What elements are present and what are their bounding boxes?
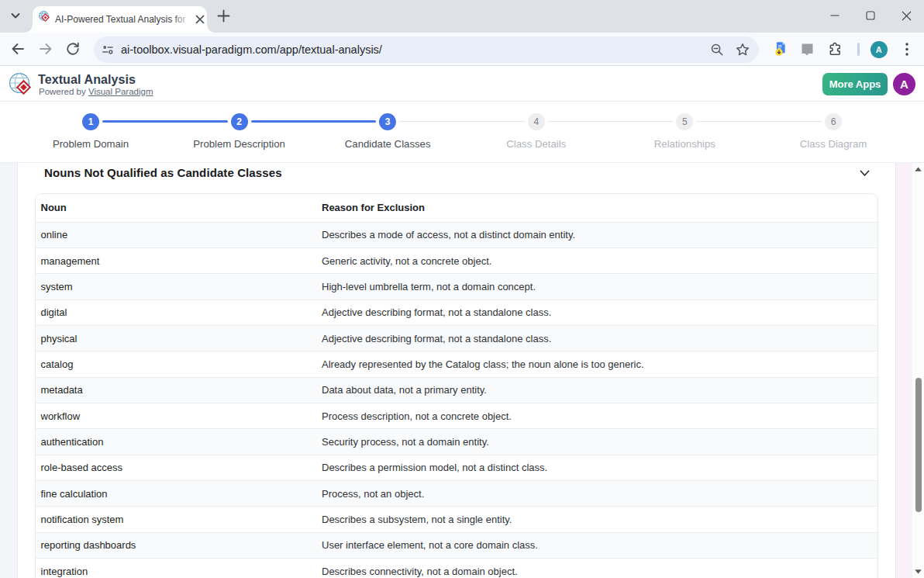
page-scrollbar[interactable] (912, 163, 924, 578)
table-row-online: onlineDescribes a mode of access, not a … (36, 222, 877, 247)
step-label-1: Problem Domain (17, 138, 164, 150)
nouns-table: Noun Reason for Exclusion onlineDescribe… (35, 193, 878, 578)
table-row-workflow: workflowProcess description, not a concr… (36, 403, 877, 428)
table-row-system: systemHigh-level umbrella term, not a do… (36, 273, 877, 299)
step-label-4: Class Details (463, 138, 610, 150)
window-minimize-button[interactable] (817, 0, 853, 31)
step-circle-2[interactable]: 2 (231, 113, 248, 130)
section-collapse-chevron-icon[interactable] (860, 170, 870, 177)
step-connector-1-2 (102, 120, 228, 123)
noun-cell: role-based access (36, 455, 316, 480)
tab-close-icon[interactable] (192, 12, 208, 27)
noun-cell: digital (36, 299, 316, 325)
reason-cell: Adjective describing format, not a stand… (316, 325, 877, 351)
table-row-management: managementGeneric activity, not a concre… (36, 247, 877, 273)
reason-cell: Process description, not a concrete obje… (316, 403, 877, 428)
more-apps-button[interactable]: More Apps (822, 73, 888, 95)
reason-cell: Security process, not a domain entity. (316, 428, 877, 454)
noun-cell: authentication (36, 428, 316, 454)
extensions-puzzle-icon[interactable] (828, 42, 843, 57)
url-text[interactable]: ai-toolbox.visual-paradigm.com/app/textu… (121, 36, 382, 63)
step-connector-2-3 (251, 120, 377, 123)
forward-button[interactable] (38, 41, 53, 57)
page-content: Nouns Not Qualified as Candidate Classes… (0, 163, 924, 578)
noun-cell: workflow (36, 403, 316, 428)
noun-cell: fine calculation (36, 480, 316, 506)
scrollbar-thumb[interactable] (915, 378, 922, 512)
step-label-2: Problem Description (166, 138, 313, 150)
browser-profile-avatar[interactable]: A (871, 41, 888, 58)
step-label-6: Class Diagram (760, 138, 907, 150)
table-header-row: Noun Reason for Exclusion (36, 194, 877, 222)
app-title: Textual Analysis (38, 73, 136, 87)
reason-cell: Describes a permission model, not a dist… (316, 455, 877, 480)
column-header-noun: Noun (36, 194, 316, 222)
reason-cell: Describes a subsystem, not a single enti… (316, 506, 877, 531)
toolbar-separator (857, 43, 860, 56)
step-circle-4[interactable]: 4 (528, 113, 545, 130)
site-info-icon[interactable] (102, 43, 114, 56)
reason-cell: High-level umbrella term, not a domain c… (316, 273, 877, 299)
step-circle-5[interactable]: 5 (676, 113, 693, 130)
window-controls (817, 0, 924, 31)
step-connector-5-6 (696, 121, 822, 123)
reason-cell: Describes connectivity, not a domain obj… (316, 558, 877, 578)
reload-button[interactable] (65, 41, 81, 57)
browser-tab-bar: AI-Powered Textual Analysis for (0, 0, 924, 33)
reason-cell: Adjective describing format, not a stand… (316, 299, 877, 325)
reason-cell: Generic activity, not a concrete object. (316, 247, 877, 273)
table-row-role-based-access: role-based accessDescribes a permission … (36, 455, 877, 480)
reason-cell: Describes a mode of access, not a distin… (316, 222, 877, 247)
tab-favicon-icon (39, 11, 50, 22)
step-label-5: Relationships (611, 138, 758, 150)
step-label-3: Candidate Classes (314, 138, 461, 150)
step-circle-6[interactable]: 6 (825, 113, 842, 130)
noun-cell: online (36, 222, 316, 247)
new-tab-button[interactable] (217, 9, 230, 22)
extension-doc-icon[interactable] (774, 42, 789, 57)
table-row-metadata: metadataData about data, not a primary e… (36, 377, 877, 403)
background-band-right (895, 163, 912, 578)
noun-cell: notification system (36, 506, 316, 531)
extension-comment-icon[interactable] (800, 42, 815, 57)
content-panel: Nouns Not Qualified as Candidate Classes… (19, 163, 895, 578)
window-maximize-button[interactable] (853, 0, 888, 31)
scrollbar-up-arrow[interactable] (915, 167, 922, 171)
noun-cell: reporting dashboards (36, 532, 316, 558)
reason-cell: User interface element, not a core domai… (316, 532, 877, 558)
table-row-catalog: catalogAlready represented by the Catalo… (36, 351, 877, 376)
address-bar[interactable]: ai-toolbox.visual-paradigm.com/app/textu… (94, 36, 759, 63)
window-close-button[interactable] (888, 0, 924, 31)
table-row-reporting-dashboards: reporting dashboardsUser interface eleme… (36, 532, 877, 558)
noun-cell: system (36, 273, 316, 299)
scrollbar-down-arrow[interactable] (915, 569, 922, 574)
back-button[interactable] (10, 41, 26, 57)
app-user-avatar[interactable]: A (893, 73, 915, 95)
noun-cell: metadata (36, 377, 316, 403)
noun-cell: physical (36, 325, 316, 351)
table-row-digital: digitalAdjective describing format, not … (36, 299, 877, 325)
visual-paradigm-logo (9, 73, 31, 95)
step-connector-4-5 (548, 121, 674, 123)
reason-cell: Process, not an object. (316, 480, 877, 506)
browser-tab[interactable]: AI-Powered Textual Analysis for (33, 6, 207, 33)
table-row-notification-system: notification systemDescribes a subsystem… (36, 506, 877, 531)
step-circle-3[interactable]: 3 (379, 113, 396, 130)
table-row-physical: physicalAdjective describing format, not… (36, 325, 877, 351)
wizard-stepper: 1Problem Domain2Problem Description3Cand… (0, 102, 924, 163)
browser-menu-icon[interactable] (901, 41, 913, 57)
column-header-reason: Reason for Exclusion (316, 194, 877, 222)
tab-search-chevron-icon[interactable] (9, 9, 22, 22)
table-row-fine-calculation: fine calculationProcess, not an object. (36, 480, 877, 506)
app-header: Textual Analysis Powered by Visual Parad… (0, 66, 924, 102)
bookmark-star-icon[interactable] (736, 43, 750, 57)
step-connector-3-4 (399, 121, 525, 123)
table-row-authentication: authenticationSecurity process, not a do… (36, 428, 877, 454)
reason-cell: Already represented by the Catalog class… (316, 351, 877, 376)
reason-cell: Data about data, not a primary entity. (316, 377, 877, 403)
visual-paradigm-link[interactable]: Visual Paradigm (88, 87, 153, 96)
noun-cell: integration (36, 558, 316, 578)
step-circle-1[interactable]: 1 (82, 113, 99, 130)
section-title: Nouns Not Qualified as Candidate Classes (44, 163, 282, 183)
zoom-indicator-icon[interactable] (710, 43, 724, 57)
